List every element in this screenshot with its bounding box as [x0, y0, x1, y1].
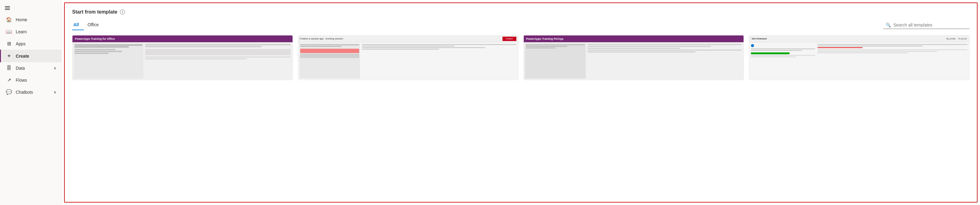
info-icon[interactable]: i — [120, 10, 125, 14]
section-header: Start from template i — [72, 9, 969, 15]
template-card-0[interactable]: PowerApps Training for Office — [72, 35, 293, 80]
tab-all[interactable]: All — [72, 20, 84, 30]
card-preview-2: PowerApps Training PA/App — [524, 35, 744, 80]
card-info-3: Onboarding Tasks ✏ Canvas app — [749, 80, 969, 80]
sidebar-item-label: Data — [16, 66, 25, 71]
tab-office[interactable]: Office — [86, 20, 103, 30]
hamburger-icon — [5, 6, 10, 10]
sidebar-item-apps[interactable]: ⊞ Apps — [0, 38, 61, 49]
sidebar-item-learn[interactable]: 📖 Learn — [0, 25, 61, 38]
sidebar-item-label: Flows — [16, 78, 27, 83]
tabs-row: All Office 🔍 — [72, 20, 969, 30]
learn-icon: 📖 — [6, 29, 12, 35]
hamburger-button[interactable] — [0, 2, 61, 14]
search-input[interactable] — [893, 22, 967, 27]
chatbots-expand-icon: ∨ — [54, 90, 56, 94]
search-box[interactable]: 🔍 — [883, 21, 969, 29]
card-info-1: Meeting Capture ✏ Canvas app — [298, 80, 518, 80]
sidebar-item-label: Home — [16, 17, 27, 22]
card-info-2: Power Apps Training ✏ Canvas app — [524, 80, 744, 80]
search-icon: 🔍 — [886, 22, 891, 27]
sidebar-item-label: Create — [16, 54, 29, 59]
sidebar-item-flows[interactable]: ↗ Flows — [0, 74, 61, 86]
template-card-2[interactable]: PowerApps Training PA/App — [523, 35, 744, 80]
home-icon: 🏠 — [6, 17, 12, 22]
main-content: Start from template i All Office 🔍 — [62, 0, 980, 205]
card-info-0: Power Apps Training for Office ✏ Canvas … — [72, 80, 293, 80]
card-preview-1: Publish a sample app - working session P… — [298, 35, 518, 80]
data-expand-icon: ∨ — [54, 66, 56, 70]
sidebar-item-label: Chatbots — [16, 90, 33, 95]
sidebar-item-data[interactable]: 🗄 Data ∨ — [0, 62, 61, 74]
template-section: Start from template i All Office 🔍 — [64, 2, 978, 203]
sidebar: 🏠 Home 📖 Learn ⊞ Apps ＋ Create 🗄 Data ∨ … — [0, 0, 62, 205]
apps-icon: ⊞ — [6, 41, 12, 46]
flows-icon: ↗ — [6, 77, 12, 83]
chatbots-icon: 💬 — [6, 89, 12, 95]
section-title-text: Start from template — [72, 9, 118, 15]
template-tabs: All Office — [72, 20, 106, 30]
data-icon: 🗄 — [6, 65, 12, 71]
sidebar-item-label: Apps — [16, 41, 25, 46]
sidebar-item-label: Learn — [16, 29, 27, 34]
sidebar-item-home[interactable]: 🏠 Home — [0, 14, 61, 25]
sidebar-item-chatbots[interactable]: 💬 Chatbots ∨ — [0, 86, 61, 98]
card-preview-3: Get Onboard My profile To-do list — [749, 35, 969, 80]
templates-grid: PowerApps Training for Office — [72, 35, 969, 80]
template-card-1[interactable]: Publish a sample app - working session P… — [298, 35, 519, 80]
sidebar-item-create[interactable]: ＋ Create — [0, 49, 61, 62]
card-preview-0: PowerApps Training for Office — [72, 35, 293, 80]
template-card-3[interactable]: Get Onboard My profile To-do list — [749, 35, 969, 80]
create-icon: ＋ — [6, 53, 12, 59]
